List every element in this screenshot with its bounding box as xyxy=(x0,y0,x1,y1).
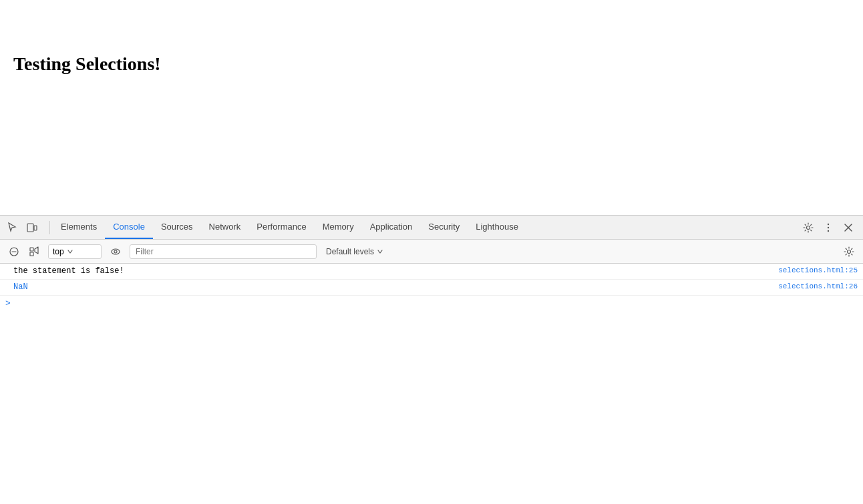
device-icon xyxy=(27,222,37,233)
live-expressions-button[interactable] xyxy=(107,243,124,260)
console-toolbar: top Default levels xyxy=(0,240,863,264)
settings-button[interactable] xyxy=(799,218,818,237)
tab-sources[interactable]: Sources xyxy=(153,216,201,239)
console-line-text: the statement is false! xyxy=(13,266,124,276)
svg-point-2 xyxy=(807,226,810,229)
eye-icon xyxy=(110,246,121,257)
device-toggle-button[interactable] xyxy=(23,218,41,237)
gear-icon xyxy=(803,222,814,233)
console-prompt[interactable]: > xyxy=(0,296,863,311)
page-content: Testing Selections! xyxy=(0,0,863,215)
svg-rect-0 xyxy=(27,224,33,232)
console-line-text-nan: NaN xyxy=(13,282,28,292)
svg-point-10 xyxy=(848,250,851,253)
console-left-icons xyxy=(5,243,43,260)
svg-rect-7 xyxy=(30,248,33,251)
devtools-toolbar: Elements Console Sources Network Perform… xyxy=(0,216,863,240)
console-line-source[interactable]: selections.html:25 xyxy=(778,266,858,274)
console-line-source-nan[interactable]: selections.html:26 xyxy=(778,282,858,290)
filter-input-container xyxy=(130,244,317,259)
tab-elements[interactable]: Elements xyxy=(53,216,105,239)
svg-point-9 xyxy=(114,250,117,253)
console-output: the statement is false! selections.html:… xyxy=(0,264,863,504)
toolbar-right-icons xyxy=(799,218,860,237)
close-icon xyxy=(843,222,854,233)
console-line: NaN selections.html:26 xyxy=(0,280,863,296)
console-line: the statement is false! selections.html:… xyxy=(0,264,863,280)
more-options-button[interactable] xyxy=(819,218,838,237)
chevron-down-icon xyxy=(377,248,383,255)
context-value: top xyxy=(53,247,64,256)
context-selector[interactable]: top xyxy=(48,244,102,259)
tab-console[interactable]: Console xyxy=(105,216,153,239)
chevron-down-icon xyxy=(67,248,73,255)
log-level-label: Default levels xyxy=(326,247,374,256)
tab-application[interactable]: Application xyxy=(362,216,421,239)
close-devtools-button[interactable] xyxy=(839,218,858,237)
inspect-element-button[interactable] xyxy=(3,218,21,237)
tab-security[interactable]: Security xyxy=(420,216,468,239)
toolbar-left-icons xyxy=(3,218,41,237)
stop-circle-icon xyxy=(9,246,19,257)
gear-icon xyxy=(844,246,854,257)
svg-point-4 xyxy=(828,226,829,228)
toolbar-divider xyxy=(49,221,50,234)
svg-point-8 xyxy=(112,249,120,254)
clear-console-button[interactable] xyxy=(5,243,23,260)
svg-point-3 xyxy=(828,223,829,224)
devtools-tabs: Elements Console Sources Network Perform… xyxy=(53,216,799,239)
tab-performance[interactable]: Performance xyxy=(248,216,314,239)
play-icon xyxy=(29,246,39,257)
tab-network[interactable]: Network xyxy=(201,216,249,239)
more-dots-icon xyxy=(823,222,834,233)
prompt-symbol: > xyxy=(5,298,11,308)
filter-input[interactable] xyxy=(136,247,311,256)
svg-point-5 xyxy=(828,230,829,231)
execute-context-button[interactable] xyxy=(25,243,43,260)
cursor-icon xyxy=(7,222,17,233)
tab-memory[interactable]: Memory xyxy=(315,216,362,239)
console-settings-button[interactable] xyxy=(840,243,858,260)
devtools-panel: Elements Console Sources Network Perform… xyxy=(0,215,863,504)
svg-rect-1 xyxy=(34,226,37,230)
log-level-selector[interactable]: Default levels xyxy=(322,245,387,258)
page-title: Testing Selections! xyxy=(13,53,850,75)
tab-lighthouse[interactable]: Lighthouse xyxy=(468,216,526,239)
